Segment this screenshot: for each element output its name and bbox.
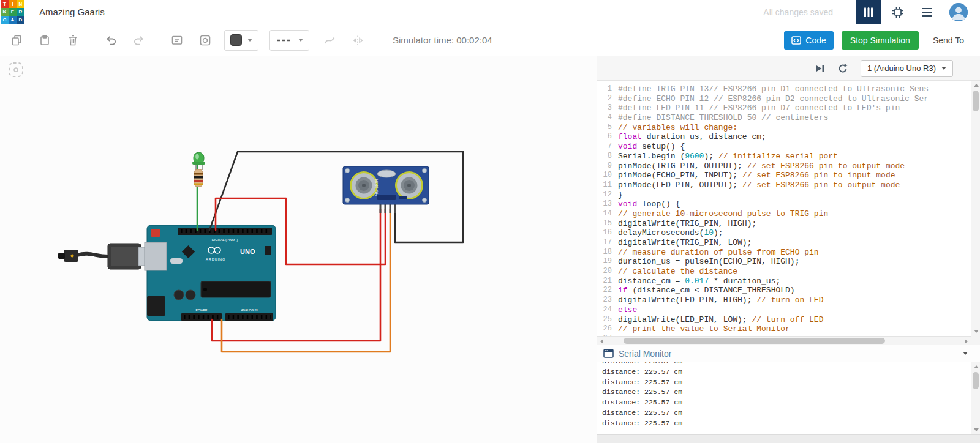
delete-button[interactable]	[64, 30, 82, 51]
redo-button[interactable]	[130, 30, 148, 51]
copy-icon	[10, 34, 23, 47]
logo-tile: I	[9, 0, 17, 8]
serial-output-line: distance: 225.57 cm	[602, 387, 975, 398]
ultrasonic-sensor[interactable]: HC-SR04	[343, 166, 429, 213]
send-to-button[interactable]: Send To	[927, 35, 970, 45]
line-number: 23	[597, 296, 618, 305]
zoom-to-fit-icon	[7, 61, 24, 78]
code-lines: 1#define TRIG_PIN 13// ESP8266 pin D1 co…	[597, 81, 980, 344]
serial-monitor-title: Serial Monitor	[619, 349, 671, 359]
user-avatar-icon	[949, 3, 968, 21]
vertical-scroll-thumb[interactable]	[973, 91, 979, 111]
mirror-button[interactable]	[349, 30, 367, 51]
paste-button[interactable]	[36, 30, 54, 51]
logo-tile: E	[9, 8, 17, 16]
scroll-up-arrow[interactable]	[971, 362, 980, 371]
scroll-down-arrow[interactable]	[971, 327, 980, 336]
code-editor[interactable]: 1#define TRIG_PIN 13// ESP8266 pin D1 co…	[597, 81, 980, 345]
code-window-icon	[791, 36, 801, 45]
logo-tile: A	[9, 16, 17, 24]
serial-output-line: distance: 225.57 cm	[602, 378, 975, 388]
code-line: 16delayMicroseconds(10);	[597, 228, 980, 238]
scroll-left-arrow[interactable]	[597, 337, 606, 345]
save-status: All changes saved	[763, 7, 833, 17]
line-number: 2	[597, 94, 618, 104]
delete-icon	[66, 34, 80, 47]
line-number: 1	[597, 84, 618, 94]
scroll-down-arrow[interactable]	[971, 425, 980, 434]
line-number: 24	[597, 305, 618, 315]
serial-vertical-scrollbar[interactable]	[971, 362, 980, 434]
logo-tile: D	[17, 16, 24, 24]
caret-down-icon	[941, 67, 946, 70]
wire-draw-icon	[323, 34, 336, 47]
notes-button[interactable]	[168, 30, 186, 51]
restart-simulation-button[interactable]	[837, 63, 848, 74]
serial-monitor-icon	[603, 349, 614, 358]
arduino-uno[interactable]: DIGITAL (PWM~) UNO ARDUINO POWER ANALOG …	[145, 225, 276, 321]
note-icon	[170, 34, 184, 47]
resistor[interactable]	[194, 169, 203, 187]
code-line: 17digitalWrite(TRIG_PIN, LOW);	[597, 238, 980, 248]
line-number: 17	[597, 238, 618, 248]
code-button-label: Code	[805, 35, 826, 45]
code-horizontal-scrollbar[interactable]	[597, 336, 971, 345]
simulator-time: Simulator time: 00:02:04	[393, 35, 492, 45]
serial-output-line: distance: 225.57 cm	[602, 367, 975, 378]
wire-draw-button[interactable]	[320, 30, 339, 51]
led-green[interactable]	[192, 152, 205, 170]
vertical-scroll-thumb[interactable]	[973, 372, 979, 389]
caret-down-icon	[298, 39, 303, 42]
serial-monitor-header[interactable]: Serial Monitor	[597, 345, 980, 362]
document-title[interactable]: Amazing Gaaris	[39, 7, 105, 17]
stop-simulation-button[interactable]: Stop Simulation	[842, 31, 919, 50]
code-panel: 1 (Arduino Uno R3) 1#define TRIG_PIN 13/…	[597, 56, 980, 443]
copy-button[interactable]	[7, 30, 26, 51]
schematic-view-icon	[891, 6, 905, 19]
scroll-right-arrow[interactable]	[962, 337, 971, 345]
code-line: 9pinMode(TRIG_PIN, OUTPUT); // set ESP82…	[597, 162, 980, 171]
breadboard-view-toggle[interactable]	[856, 0, 881, 24]
code-line: 13void loop() {	[597, 199, 980, 209]
panel-resize-strip[interactable]	[597, 434, 980, 443]
code-line: 21distance_cm = 0.017 * duration_us;	[597, 277, 980, 286]
paste-icon	[38, 34, 51, 47]
line-number: 12	[597, 190, 618, 200]
code-line: 6float duration_us, distance_cm;	[597, 132, 980, 142]
circuit-canvas[interactable]: DIGITAL (PWM~) UNO ARDUINO POWER ANALOG …	[0, 56, 597, 443]
usb-cable[interactable]	[58, 244, 148, 269]
code-button[interactable]: Code	[784, 31, 833, 50]
arduino-brand-label: ARDUINO	[206, 258, 225, 261]
line-number: 21	[597, 277, 618, 286]
horizontal-scroll-thumb[interactable]	[624, 338, 885, 344]
zoom-to-fit-button[interactable]	[7, 61, 24, 78]
line-number: 22	[597, 286, 618, 296]
arduino-analog-label: ANALOG IN	[241, 308, 258, 312]
code-line: 15digitalWrite(TRIG_PIN, HIGH);	[597, 219, 980, 229]
wire-style-dropdown[interactable]	[270, 30, 309, 51]
code-line: 4#define DISTANCE_THRESHOLD 50 // centim…	[597, 113, 980, 123]
component-list-toggle[interactable]	[915, 0, 940, 24]
code-vertical-scrollbar[interactable]	[971, 81, 980, 336]
step-button[interactable]	[815, 64, 825, 73]
serial-monitor-collapse-button[interactable]	[963, 352, 968, 355]
scroll-up-arrow[interactable]	[971, 81, 980, 90]
undo-button[interactable]	[102, 30, 120, 51]
board-selector-dropdown[interactable]: 1 (Arduino Uno R3)	[861, 60, 953, 77]
code-line: 11pinMode(LED_PIN, OUTPUT); // set ESP82…	[597, 181, 980, 190]
tinkercad-circuits-app: TINKERCAD Amazing Gaaris All changes sav…	[0, 0, 980, 443]
code-line: 8Serial.begin (9600); // initialize seri…	[597, 152, 980, 162]
sensor-label: HC-SR04	[374, 179, 379, 196]
caret-down-icon	[963, 352, 968, 355]
line-number: 7	[597, 142, 618, 152]
line-number: 5	[597, 123, 618, 133]
wire-color-dropdown[interactable]	[224, 30, 258, 51]
inspect-button[interactable]	[196, 30, 214, 51]
schematic-view-toggle[interactable]	[886, 0, 910, 24]
wire-style-icon	[276, 37, 293, 43]
line-number: 11	[597, 181, 618, 190]
line-number: 25	[597, 315, 618, 325]
tinkercad-logo[interactable]: TINKERCAD	[1, 0, 24, 24]
user-avatar[interactable]	[949, 3, 968, 21]
step-icon	[815, 64, 825, 73]
